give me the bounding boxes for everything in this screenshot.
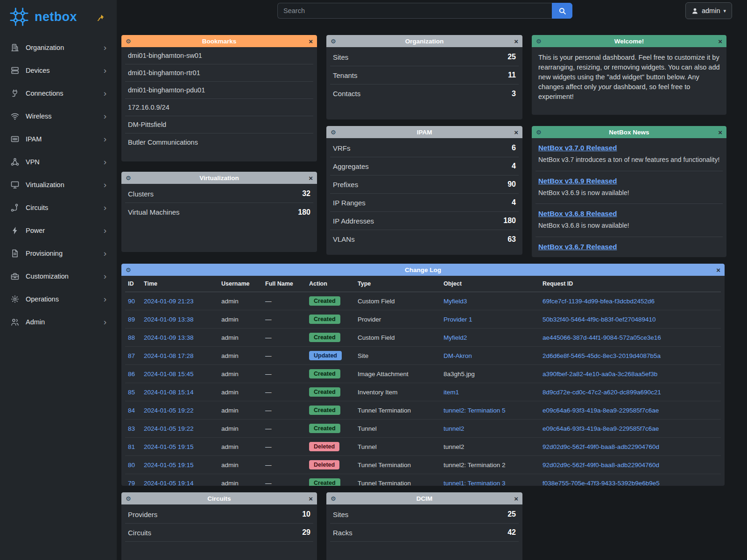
changelog-id-link[interactable]: 86 <box>128 371 135 378</box>
changelog-object-link[interactable]: DM-Akron <box>444 352 472 359</box>
sidebar-item-wireless[interactable]: Wireless › <box>0 105 117 127</box>
user-menu-button[interactable]: admin ▾ <box>685 2 732 19</box>
sidebar-item-devices[interactable]: Devices › <box>0 59 117 82</box>
request-id-link[interactable]: f038e755-705e-47f3-9433-5392b9e6b9e5 <box>543 480 660 486</box>
changelog-id-link[interactable]: 89 <box>128 316 135 323</box>
changelog-time-link[interactable]: 2024-01-05 19:22 <box>144 425 194 432</box>
changelog-object-link[interactable]: Myfield2 <box>444 334 467 341</box>
request-id-link[interactable]: 92d02d9c-562f-49f0-baa8-adb22904760d <box>543 462 659 469</box>
changelog-time-link[interactable]: 2024-01-08 15:45 <box>144 371 194 378</box>
changelog-time-link[interactable]: 2024-01-09 13:38 <box>144 334 194 341</box>
sidebar-item-virtualization[interactable]: Virtualization › <box>0 173 117 196</box>
bookmark-item[interactable]: dmi01-binghamton-pdu01 <box>125 82 313 99</box>
widget-close-icon[interactable]: × <box>718 38 722 45</box>
sidebar-item-connections[interactable]: Connections › <box>0 82 117 105</box>
widget-config-icon[interactable]: ⚙ <box>126 175 131 181</box>
changelog-time-link[interactable]: 2024-01-05 19:15 <box>144 462 194 469</box>
bookmark-item[interactable]: dmi01-binghamton-rtr01 <box>125 64 313 82</box>
news-link[interactable]: NetBox v3.6.7 Released <box>538 243 617 251</box>
stat-count-link[interactable]: 25 <box>507 510 516 518</box>
changelog-time-link[interactable]: 2024-01-08 17:28 <box>144 352 194 359</box>
changelog-object-link[interactable]: tunnel2 <box>444 443 464 450</box>
stat-count-link[interactable]: 29 <box>302 528 310 537</box>
widget-close-icon[interactable]: × <box>716 266 720 273</box>
news-link[interactable]: NetBox v3.6.8 Released <box>538 210 617 217</box>
search-button[interactable] <box>552 3 572 19</box>
widget-close-icon[interactable]: × <box>309 175 313 182</box>
stat-count-link[interactable]: 42 <box>507 528 516 537</box>
bookmark-item[interactable]: Butler Communications <box>125 133 313 151</box>
changelog-id-link[interactable]: 81 <box>128 443 135 450</box>
stat-count-link[interactable]: 4 <box>512 198 516 207</box>
request-id-link[interactable]: 8d9cd72e-cd0c-47c2-a620-dc899a690c21 <box>543 389 661 396</box>
stat-count-link[interactable]: 63 <box>507 235 516 244</box>
changelog-id-link[interactable]: 88 <box>128 334 135 341</box>
changelog-id-link[interactable]: 85 <box>128 389 135 396</box>
changelog-id-link[interactable]: 87 <box>128 352 135 359</box>
stat-count-link[interactable]: 6 <box>512 144 516 152</box>
changelog-object-link[interactable]: tunnel2: Termination 2 <box>444 462 506 469</box>
stat-count-link[interactable]: 4 <box>512 162 516 170</box>
changelog-time-link[interactable]: 2024-01-05 19:14 <box>144 480 194 486</box>
widget-close-icon[interactable]: × <box>309 38 313 45</box>
stat-count-link[interactable]: 3 <box>512 90 516 98</box>
changelog-time-link[interactable]: 2024-01-08 15:14 <box>144 389 194 396</box>
stat-count-link[interactable]: 180 <box>298 208 310 217</box>
stat-count-link[interactable]: 32 <box>302 189 310 198</box>
changelog-time-link[interactable]: 2024-01-05 19:15 <box>144 443 194 450</box>
request-id-link[interactable]: a390fbef-2a82-4e10-aa0a-3c268aa5ef3b <box>543 371 657 378</box>
changelog-id-link[interactable]: 84 <box>128 407 135 414</box>
sidebar-item-customization[interactable]: Customization › <box>0 265 117 287</box>
widget-config-icon[interactable]: ⚙ <box>331 496 336 502</box>
request-id-link[interactable]: 92d02d9c-562f-49f0-baa8-adb22904760d <box>543 443 659 450</box>
changelog-id-link[interactable]: 79 <box>128 480 135 486</box>
request-id-link[interactable]: e09c64a6-93f3-419a-8ea9-229585f7c6ae <box>543 407 659 414</box>
request-id-link[interactable]: ae445066-387d-44f1-9084-572a05ce3e16 <box>543 334 661 341</box>
widget-config-icon[interactable]: ⚙ <box>331 38 336 44</box>
changelog-id-link[interactable]: 83 <box>128 425 135 432</box>
sidebar-item-ipam[interactable]: IPAM › <box>0 127 117 150</box>
changelog-time-link[interactable]: 2024-01-09 21:23 <box>144 298 194 305</box>
sidebar-item-provisioning[interactable]: Provisioning › <box>0 242 117 265</box>
brand-home-link[interactable]: netbox <box>0 0 117 32</box>
request-id-link[interactable]: 2d6d6e8f-5465-45dc-8ec3-2019d4087b5a <box>543 352 661 359</box>
changelog-id-link[interactable]: 90 <box>128 298 135 305</box>
widget-close-icon[interactable]: × <box>514 38 518 45</box>
stat-count-link[interactable]: 90 <box>507 180 516 189</box>
search-input[interactable] <box>277 3 552 19</box>
widget-config-icon[interactable]: ⚙ <box>331 129 336 135</box>
bookmark-item[interactable]: 172.16.0.9/24 <box>125 99 313 116</box>
widget-config-icon[interactable]: ⚙ <box>536 129 542 135</box>
news-link[interactable]: NetBox v3.6.9 Released <box>538 177 617 185</box>
request-id-link[interactable]: e09c64a6-93f3-419a-8ea9-229585f7c6ae <box>543 425 659 432</box>
changelog-object-link[interactable]: 8a3gh5.jpg <box>444 371 475 378</box>
widget-close-icon[interactable]: × <box>718 129 722 136</box>
bookmark-item[interactable]: DM-Pittsfield <box>125 116 313 133</box>
news-link[interactable]: NetBox v3.7.0 Released <box>538 144 617 152</box>
stat-count-link[interactable]: 11 <box>508 71 516 79</box>
stat-count-link[interactable]: 25 <box>507 53 516 61</box>
changelog-object-link[interactable]: Provider 1 <box>444 316 472 323</box>
request-id-link[interactable]: 69fce7cf-1139-4d99-bfea-f3dcbd2452d6 <box>543 298 655 305</box>
sidebar-item-circuits[interactable]: Circuits › <box>0 196 117 219</box>
pin-sidebar-icon[interactable] <box>97 14 105 22</box>
widget-close-icon[interactable]: × <box>514 129 518 136</box>
changelog-time-link[interactable]: 2024-01-09 13:38 <box>144 316 194 323</box>
widget-config-icon[interactable]: ⚙ <box>126 496 131 502</box>
widget-config-icon[interactable]: ⚙ <box>126 267 131 273</box>
bookmark-item[interactable]: dmi01-binghamton-sw01 <box>125 47 313 64</box>
sidebar-item-operations[interactable]: Operations › <box>0 287 117 310</box>
changelog-time-link[interactable]: 2024-01-05 19:22 <box>144 407 194 414</box>
changelog-object-link[interactable]: Myfield3 <box>444 298 467 305</box>
widget-config-icon[interactable]: ⚙ <box>536 38 542 44</box>
changelog-object-link[interactable]: tunnel1: Termination 3 <box>444 480 506 486</box>
changelog-id-link[interactable]: 80 <box>128 462 135 469</box>
sidebar-item-organization[interactable]: Organization › <box>0 36 117 59</box>
sidebar-item-power[interactable]: Power › <box>0 219 117 242</box>
request-id-link[interactable]: 50b32f40-5464-4f9c-b83f-0ef270489410 <box>543 316 655 323</box>
changelog-object-link[interactable]: tunnel2: Termination 5 <box>444 407 506 414</box>
sidebar-item-vpn[interactable]: VPN › <box>0 150 117 173</box>
stat-count-link[interactable]: 10 <box>302 510 310 518</box>
widget-close-icon[interactable]: × <box>309 495 313 502</box>
stat-count-link[interactable]: 180 <box>503 217 516 225</box>
